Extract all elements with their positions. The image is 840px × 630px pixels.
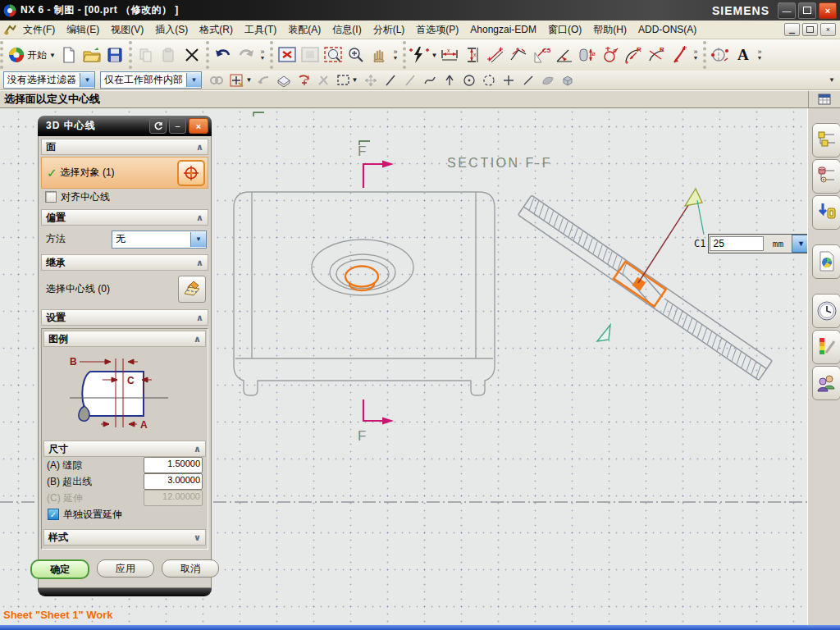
quick-dimension-button[interactable]: ▼ xyxy=(409,43,438,67)
selection-filter-combo[interactable]: 没有选择过滤器 ▼ xyxy=(3,71,95,89)
view-overflow-button[interactable]: »▼ xyxy=(390,43,400,67)
selection-scope-combo[interactable]: 仅在工作部件内部 ▼ xyxy=(100,71,202,89)
roles-tab[interactable] xyxy=(812,366,840,400)
menu-insert[interactable]: 插入(S) xyxy=(149,21,194,39)
method-dropdown-icon[interactable]: ▼ xyxy=(190,232,206,247)
child-minimize-button[interactable]: ▁ xyxy=(784,23,800,36)
menu-assemblies[interactable]: 装配(A) xyxy=(282,21,326,39)
menu-view[interactable]: 视图(V) xyxy=(105,21,149,39)
section-legend[interactable]: 图例∧ xyxy=(43,331,206,347)
dialog-minimize-button[interactable]: – xyxy=(169,118,186,134)
section-dimension[interactable]: 尺寸∧ xyxy=(43,441,206,457)
assembly-navigator-tab[interactable] xyxy=(812,123,840,158)
step-back-button[interactable] xyxy=(254,71,274,89)
snap-endpoint-button[interactable] xyxy=(440,71,459,89)
update-display-button[interactable] xyxy=(299,43,322,67)
redo-button[interactable] xyxy=(235,43,258,67)
dimension-overflow-button[interactable]: »▼ xyxy=(691,43,701,67)
menu-file[interactable]: 文件(F) xyxy=(17,21,61,39)
radius-dimension-button[interactable]: R xyxy=(622,43,645,67)
centerline-tool-button[interactable] xyxy=(709,43,732,67)
zoom-window-button[interactable] xyxy=(322,43,345,67)
annotation-overflow-button[interactable]: »▼ xyxy=(755,43,765,67)
window-close-button[interactable]: × xyxy=(819,2,837,19)
section-face[interactable]: 面∧ xyxy=(41,139,208,155)
snap-quadrant-button[interactable] xyxy=(479,71,499,89)
dialog-rail-button[interactable] xyxy=(808,91,840,107)
pan-button[interactable] xyxy=(368,43,390,67)
section-style[interactable]: 样式∨ xyxy=(43,529,206,546)
selection-scope-dropdown-icon[interactable]: ▼ xyxy=(186,73,201,87)
snap-line2-button[interactable] xyxy=(400,71,420,89)
dialog-close-button[interactable]: × xyxy=(189,118,208,134)
text-tool-button[interactable]: A xyxy=(732,43,755,67)
front-view-part[interactable] xyxy=(234,192,495,395)
palette-tab[interactable] xyxy=(812,330,840,364)
fit-view-button[interactable] xyxy=(276,43,299,67)
child-close-button[interactable]: × xyxy=(820,23,836,36)
overrun-input[interactable]: 3.00000 xyxy=(144,473,203,490)
vertical-dimension-button[interactable]: x xyxy=(461,43,484,67)
snap-point-button[interactable]: ▼ xyxy=(226,71,254,89)
quick-pick-button[interactable] xyxy=(274,71,294,89)
start-menu-button[interactable]: 开始▼ xyxy=(6,43,57,67)
individual-extension-checkbox[interactable]: ✓ xyxy=(48,509,59,520)
snap-intersection-button[interactable] xyxy=(499,71,518,89)
dialog-reset-button[interactable] xyxy=(149,118,167,134)
zoom-in-out-button[interactable] xyxy=(345,43,368,67)
standard-overflow-button[interactable]: »▼ xyxy=(258,43,267,67)
marquee-style-button[interactable]: ▼ xyxy=(333,71,361,89)
snap-line-button[interactable] xyxy=(381,71,400,89)
delete-button[interactable] xyxy=(180,43,203,67)
history-tab[interactable] xyxy=(812,294,840,328)
drag-handle[interactable] xyxy=(632,277,646,291)
menu-information[interactable]: 信息(I) xyxy=(326,21,367,39)
selbar-overflow-button[interactable]: ▼ xyxy=(829,76,835,84)
cylindrical-dimension-button[interactable]: ø xyxy=(576,43,599,67)
snap-point-on-curve-button[interactable] xyxy=(518,71,538,89)
menu-preferences[interactable]: 首选项(P) xyxy=(410,21,464,39)
thick-arc-dimension-button[interactable] xyxy=(668,43,691,67)
menu-window[interactable]: 窗口(O) xyxy=(542,21,587,39)
child-restore-button[interactable] xyxy=(802,23,818,36)
angled-dimension-button[interactable] xyxy=(507,43,530,67)
paste-button[interactable] xyxy=(158,43,180,67)
select-centerline-button[interactable] xyxy=(178,276,206,303)
cancel-button[interactable]: 取消 xyxy=(162,559,219,578)
face-select-button[interactable] xyxy=(538,71,558,89)
snap-center-button[interactable] xyxy=(459,71,479,89)
section-offset[interactable]: 偏置∧ xyxy=(41,209,208,226)
window-restore-button[interactable] xyxy=(798,2,816,19)
ok-button[interactable]: 确定 xyxy=(30,559,89,579)
chamfer-dimension-button[interactable]: C5 xyxy=(530,43,553,67)
align-centerline-checkbox[interactable] xyxy=(45,191,57,203)
menu-ahongzai-edm[interactable]: Ahongzai-EDM xyxy=(464,22,542,37)
selected-face-highlight[interactable] xyxy=(345,267,378,291)
menu-format[interactable]: 格式(R) xyxy=(194,21,239,39)
section-inherit[interactable]: 继承∧ xyxy=(41,254,208,271)
section-settings[interactable]: 设置∧ xyxy=(41,309,208,326)
open-file-button[interactable] xyxy=(80,43,103,67)
individual-extension-row[interactable]: ✓ 单独设置延伸 xyxy=(43,506,206,523)
horizontal-dimension-button[interactable]: x xyxy=(438,43,461,67)
direction-arrowhead[interactable] xyxy=(685,189,702,206)
hole-dimension-button[interactable]: ø xyxy=(599,43,622,67)
angle-dimension-button[interactable] xyxy=(553,43,576,67)
apply-button[interactable]: 应用 xyxy=(97,559,154,578)
selection-filter-dropdown-icon[interactable]: ▼ xyxy=(80,73,94,87)
point-to-point-dimension-button[interactable] xyxy=(484,43,507,67)
menu-addons[interactable]: ADD-ONS(A) xyxy=(632,22,702,37)
solid-select-button[interactable] xyxy=(558,71,578,89)
menu-analysis[interactable]: 分析(L) xyxy=(368,21,411,39)
dialog-title-bar[interactable]: 3D 中心线 – × xyxy=(38,116,212,136)
menu-tools[interactable]: 工具(T) xyxy=(239,21,282,39)
new-file-button[interactable] xyxy=(57,43,80,67)
gap-input[interactable]: 1.50000 xyxy=(144,457,203,473)
radius-to-center-button[interactable]: R xyxy=(645,43,668,67)
menu-edit[interactable]: 编辑(E) xyxy=(61,21,105,39)
reuse-library-tab[interactable] xyxy=(812,244,840,279)
section-view-part[interactable] xyxy=(518,195,773,381)
dialog-resize-edge[interactable] xyxy=(38,588,212,596)
reverse-direction-arrowhead[interactable] xyxy=(597,325,610,341)
select-face-button[interactable] xyxy=(177,160,205,186)
